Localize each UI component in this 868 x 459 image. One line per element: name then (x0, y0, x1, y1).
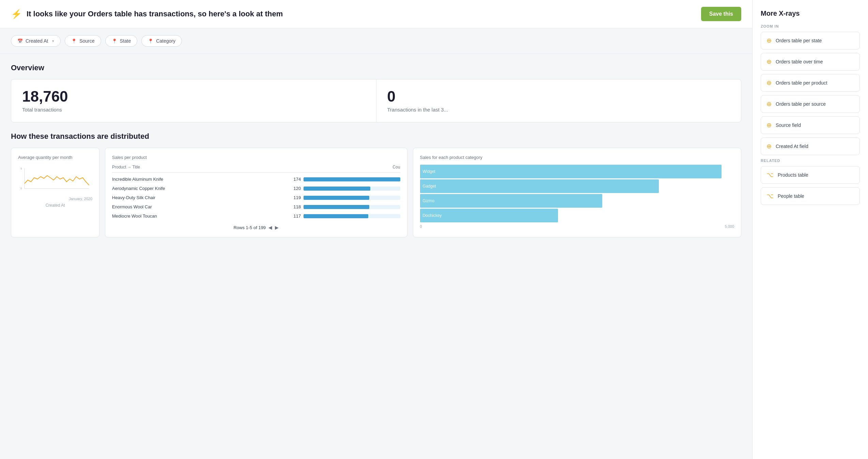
row-bar-fill (304, 205, 369, 209)
pagination-row: Rows 1-5 of 199 ◀ ▶ (112, 225, 400, 230)
bar-chart-title: Sales for each product category (420, 155, 734, 160)
xray-zoom-label: Orders table per source (776, 101, 826, 107)
hbar-fill: Gadget (420, 179, 659, 193)
row-bar-fill (304, 214, 368, 218)
zoom-icon: ⊕ (766, 79, 772, 87)
sidebar-related-item-1[interactable]: ⌥ People table (761, 187, 860, 205)
hbar-row: Widget (420, 165, 734, 178)
table-header: Product → Title Cou (112, 165, 400, 173)
sidebar-zoom-item-3[interactable]: ⊕ Orders table per source (761, 95, 860, 113)
related-items: ⌥ Products table ⌥ People table (761, 166, 860, 205)
row-count: 119 (289, 195, 301, 200)
sidebar: More X-rays ZOOM IN ⊕ Orders table per s… (752, 0, 868, 459)
hbar-row: Doohickey (420, 209, 734, 222)
hbar-label: Widget (423, 169, 435, 174)
bar-chart-card: Sales for each product category Widget G… (413, 148, 741, 237)
save-button[interactable]: Save this (701, 7, 741, 21)
xray-related-label: Products table (778, 172, 808, 178)
row-name: Mediocre Wool Toucan (112, 213, 286, 219)
stat-total-value: 18,760 (22, 89, 365, 104)
stat-recent-label: Transactions in the last 3... (387, 107, 730, 113)
sidebar-zoom-item-0[interactable]: ⊕ Orders table per state (761, 32, 860, 49)
sparkline-date-label: January, 2020 (18, 197, 92, 201)
filter-source[interactable]: 📍 Source (65, 35, 101, 47)
distribution-title: How these transactions are distributed (11, 132, 741, 141)
sparkline-x-label: Created At (18, 203, 92, 208)
row-bar (304, 196, 400, 200)
row-bar-fill (304, 177, 400, 181)
xray-zoom-label: Orders table per state (776, 38, 822, 43)
sidebar-title: More X-rays (761, 10, 860, 17)
row-bar-fill (304, 196, 369, 200)
xray-zoom-label: Source field (776, 122, 801, 128)
filter-created-at-label: Created At (26, 38, 48, 44)
sidebar-zoom-item-1[interactable]: ⊕ Orders table over time (761, 53, 860, 71)
pin-icon-2: 📍 (112, 39, 117, 44)
zoom-icon: ⊕ (766, 58, 772, 65)
filter-created-at[interactable]: 📅 Created At ▾ (11, 35, 61, 47)
hbar-fill: Gizmo (420, 194, 602, 208)
xray-related-label: People table (778, 193, 804, 199)
sidebar-zoom-item-5[interactable]: ⊕ Created At field (761, 137, 860, 155)
pagination-text: Rows 1-5 of 199 (233, 225, 266, 230)
header-left: ⚡ It looks like your Orders table has tr… (11, 9, 283, 19)
sidebar-zoom-item-4[interactable]: ⊕ Source field (761, 116, 860, 134)
charts-row: Average quantity per month 5 0 January, … (11, 148, 741, 237)
filter-state[interactable]: 📍 State (105, 35, 138, 47)
row-name: Incredible Aluminum Knife (112, 177, 286, 182)
stat-recent-value: 0 (387, 89, 730, 104)
hbar-label: Gizmo (423, 198, 435, 203)
stat-recent-transactions: 0 Transactions in the last 3... (376, 79, 741, 122)
table-row: Heavy-Duty Silk Chair 119 (112, 193, 400, 202)
sidebar-related-label: RELATED (761, 159, 860, 163)
table-col2-header: Cou (393, 165, 400, 169)
page-title: It looks like your Orders table has tran… (27, 10, 283, 18)
sparkline-card: Average quantity per month 5 0 January, … (11, 148, 99, 237)
row-name: Enormous Wool Car (112, 204, 286, 209)
stats-row: 18,760 Total transactions 0 Transactions… (11, 79, 741, 122)
table-row: Incredible Aluminum Knife 174 (112, 175, 400, 184)
pin-icon-3: 📍 (148, 39, 153, 44)
row-count: 118 (289, 204, 301, 209)
zoom-icon: ⊕ (766, 37, 772, 44)
calendar-icon: 📅 (17, 39, 23, 44)
xray-zoom-label: Created At field (776, 144, 808, 149)
row-count: 120 (289, 186, 301, 191)
zoom-icon: ⊕ (766, 143, 772, 150)
overview-title: Overview (11, 63, 741, 72)
lightning-icon: ⚡ (11, 9, 22, 19)
pagination-prev[interactable]: ◀ (268, 225, 272, 230)
row-bar-fill (304, 187, 370, 191)
filter-state-label: State (120, 38, 131, 44)
table-row: Enormous Wool Car 118 (112, 202, 400, 211)
row-bar (304, 177, 400, 181)
filter-source-label: Source (79, 38, 94, 44)
row-count: 174 (289, 177, 301, 182)
hbar-label: Doohickey (423, 213, 442, 218)
row-name: Heavy-Duty Silk Chair (112, 195, 286, 200)
hbar-axis-min: 0 (420, 224, 422, 228)
sparkline-title: Average quantity per month (18, 155, 92, 160)
table-row: Mediocre Wool Toucan 117 (112, 211, 400, 221)
hbar-row: Gadget (420, 179, 734, 193)
row-bar (304, 205, 400, 209)
filter-bar: 📅 Created At ▾ 📍 Source 📍 State 📍 Catego… (0, 28, 752, 54)
zoom-icon: ⊕ (766, 121, 772, 129)
stat-total-transactions: 18,760 Total transactions (11, 79, 376, 122)
xray-zoom-label: Orders table per product (776, 80, 827, 86)
related-icon: ⌥ (766, 171, 774, 179)
sidebar-related-item-0[interactable]: ⌥ Products table (761, 166, 860, 184)
table-chart-card: Sales per product Product → Title Cou In… (105, 148, 407, 237)
filter-category[interactable]: 📍 Category (141, 35, 182, 47)
hbar-fill: Widget (420, 165, 722, 178)
page-body: Overview 18,760 Total transactions 0 Tra… (0, 54, 752, 247)
row-name: Aerodynamic Copper Knife (112, 186, 286, 191)
pagination-next[interactable]: ▶ (275, 225, 279, 230)
hbar-container: Widget Gadget Gizmo Doohickey (420, 165, 734, 222)
xray-zoom-label: Orders table over time (776, 59, 823, 64)
table-col1-header: Product → Title (112, 165, 140, 169)
sidebar-zoom-item-2[interactable]: ⊕ Orders table per product (761, 74, 860, 92)
row-count: 117 (289, 213, 301, 219)
hbar-axis-max: 5,000 (725, 224, 734, 228)
zoom-icon: ⊕ (766, 100, 772, 108)
